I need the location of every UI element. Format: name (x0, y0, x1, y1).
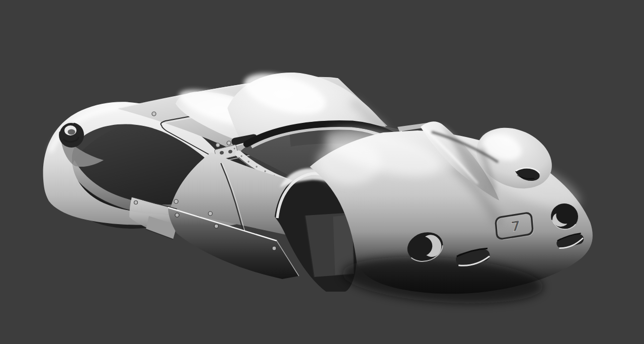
car-render: 7 (0, 0, 644, 344)
badge-number: 7 (510, 218, 521, 235)
cowl-highlight (317, 140, 381, 184)
tail-light-opening (59, 122, 84, 148)
viewport-3d[interactable]: 7 (0, 0, 644, 344)
